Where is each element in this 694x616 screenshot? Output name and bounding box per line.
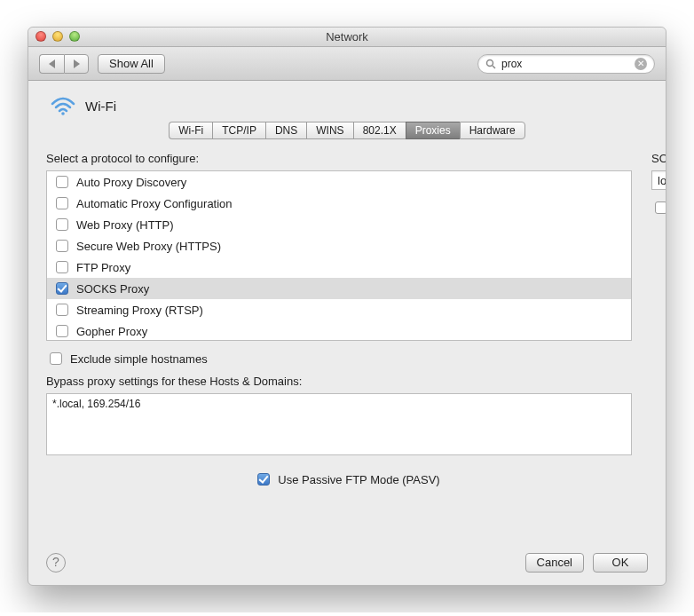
nav-segment: [39, 54, 89, 74]
protocol-row[interactable]: Auto Proxy Discovery: [47, 171, 631, 193]
search-field[interactable]: ✕: [477, 54, 655, 74]
exclude-hostnames-label: Exclude simple hostnames: [70, 352, 208, 366]
passive-ftp-checkbox[interactable]: [257, 473, 270, 486]
tab-dns[interactable]: DNS: [265, 122, 306, 139]
auth-required-checkbox[interactable]: [655, 201, 666, 214]
bypass-label: Bypass proxy settings for these Hosts & …: [46, 375, 632, 388]
svg-point-2: [61, 112, 65, 115]
protocol-checkbox[interactable]: [56, 304, 68, 316]
cancel-button[interactable]: Cancel: [525, 553, 584, 573]
protocol-row[interactable]: SOCKS Proxy: [47, 278, 631, 299]
bypass-textarea[interactable]: [46, 393, 632, 455]
protocol-checkbox[interactable]: [56, 176, 68, 188]
protocol-row[interactable]: Gopher Proxy: [47, 320, 631, 342]
protocol-checkbox[interactable]: [56, 240, 68, 252]
protocol-checkbox[interactable]: [56, 197, 68, 209]
wifi-icon: [50, 95, 76, 116]
protocol-label: Gopher Proxy: [76, 325, 147, 338]
chevron-left-icon: [49, 59, 55, 68]
protocol-checkbox[interactable]: [56, 218, 68, 231]
svg-line-1: [493, 66, 495, 68]
protocol-row[interactable]: Web Proxy (HTTP): [47, 214, 631, 235]
protocol-checkbox[interactable]: [56, 261, 68, 273]
password-label: Password:: [651, 250, 666, 264]
protocol-list[interactable]: Auto Proxy DiscoveryAutomatic Proxy Conf…: [46, 170, 632, 341]
panel-body: Wi-Fi Wi-FiTCP/IPDNSWINS802.1XProxiesHar…: [28, 81, 666, 585]
proxy-host-input[interactable]: [651, 170, 666, 190]
search-icon: [485, 59, 496, 69]
close-window-button[interactable]: [35, 31, 46, 42]
exclude-hostnames-checkbox[interactable]: [50, 352, 62, 365]
zoom-window-button[interactable]: [69, 31, 80, 42]
username-label: Username:: [651, 225, 666, 239]
network-preferences-window: Network Show All ✕ Wi-Fi Wi-FiTCP/IPDNSW…: [28, 27, 666, 586]
tab-wins[interactable]: WINS: [306, 122, 352, 139]
window-title: Network: [326, 30, 368, 43]
window-controls: [35, 31, 80, 42]
search-input[interactable]: [500, 57, 631, 71]
protocol-row[interactable]: Automatic Proxy Configuration: [47, 193, 631, 214]
tab-bar: Wi-FiTCP/IPDNSWINS802.1XProxiesHardware: [46, 122, 648, 139]
passive-ftp-label: Use Passive FTP Mode (PASV): [278, 473, 439, 486]
tab-tcpip[interactable]: TCP/IP: [212, 122, 265, 139]
protocol-label: Streaming Proxy (RTSP): [76, 304, 203, 317]
tab-proxies[interactable]: Proxies: [406, 122, 460, 139]
back-button[interactable]: [39, 54, 64, 74]
protocol-row[interactable]: Secure Web Proxy (HTTPS): [47, 235, 631, 257]
clear-search-icon[interactable]: ✕: [635, 58, 647, 70]
titlebar: Network: [28, 28, 666, 47]
protocol-row[interactable]: FTP Proxy: [47, 257, 631, 278]
protocol-checkbox[interactable]: [56, 325, 68, 337]
minimize-window-button[interactable]: [52, 31, 63, 42]
protocol-label: FTP Proxy: [76, 261, 130, 274]
protocol-label: Secure Web Proxy (HTTPS): [76, 240, 221, 253]
tab-hardware[interactable]: Hardware: [460, 122, 525, 139]
interface-header: Wi-Fi: [50, 95, 648, 116]
toolbar: Show All ✕: [28, 47, 666, 81]
tab-8021x[interactable]: 802.1X: [353, 122, 406, 139]
tab-wifi[interactable]: Wi-Fi: [169, 122, 212, 139]
forward-button[interactable]: [64, 54, 89, 74]
protocol-label: Web Proxy (HTTP): [76, 218, 174, 232]
protocol-label: Select a protocol to configure:: [46, 152, 632, 165]
svg-point-0: [487, 59, 493, 66]
show-all-button[interactable]: Show All: [98, 54, 165, 74]
help-button[interactable]: ?: [46, 553, 66, 573]
server-title: SOCKS Proxy Server: [651, 152, 666, 165]
footer: ? Cancel OK: [46, 553, 648, 573]
protocol-label: Auto Proxy Discovery: [76, 176, 186, 189]
protocol-row[interactable]: Streaming Proxy (RTSP): [47, 299, 631, 320]
ok-button[interactable]: OK: [593, 553, 648, 573]
protocol-checkbox[interactable]: [56, 282, 68, 295]
interface-name: Wi-Fi: [85, 99, 116, 114]
protocol-label: SOCKS Proxy: [76, 282, 149, 296]
protocol-label: Automatic Proxy Configuration: [76, 197, 233, 210]
chevron-right-icon: [74, 59, 80, 68]
